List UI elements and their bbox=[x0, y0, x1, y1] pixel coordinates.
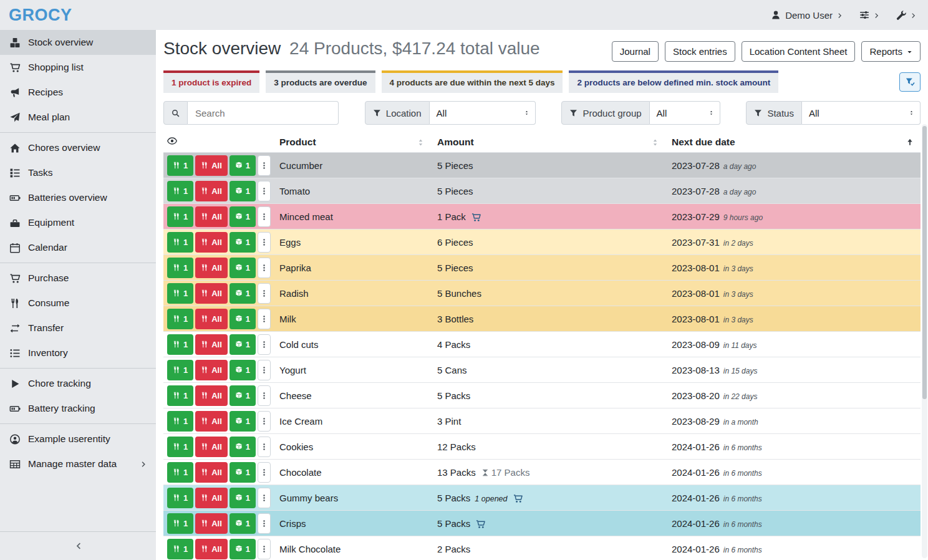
product-group-select[interactable]: All bbox=[650, 101, 720, 125]
consume-one-button[interactable]: 1 bbox=[167, 283, 193, 304]
sidebar-item-inventory[interactable]: Inventory bbox=[0, 340, 156, 365]
table-row[interactable]: 1 All 1 Milk 3 Bottles 2023-08-01in 3 da… bbox=[163, 306, 921, 332]
open-one-button[interactable]: 1 bbox=[230, 411, 256, 432]
sidebar-item-chore-tracking[interactable]: Chore tracking bbox=[0, 371, 156, 396]
consume-all-button[interactable]: All bbox=[195, 488, 228, 508]
consume-one-button[interactable]: 1 bbox=[167, 539, 193, 559]
consume-one-button[interactable]: 1 bbox=[167, 360, 193, 380]
row-menu-button[interactable] bbox=[258, 155, 271, 176]
consume-one-button[interactable]: 1 bbox=[167, 258, 193, 278]
table-row[interactable]: 1 All 1 Eggs 6 Pieces 2023-07-31in 2 day… bbox=[163, 229, 921, 255]
consume-all-button[interactable]: All bbox=[195, 232, 228, 253]
open-one-button[interactable]: 1 bbox=[230, 462, 256, 483]
table-row[interactable]: 1 All 1 Cookies 12 Packs 2024-01-26in 6 … bbox=[163, 434, 921, 460]
sidebar-item-battery-tracking[interactable]: Battery tracking bbox=[0, 396, 156, 421]
consume-one-button[interactable]: 1 bbox=[167, 488, 193, 508]
row-menu-button[interactable] bbox=[258, 437, 271, 457]
status-box-below-min[interactable]: 2 products are below defined min. stock … bbox=[569, 70, 778, 93]
row-menu-button[interactable] bbox=[258, 334, 271, 355]
table-row[interactable]: 1 All 1 Cheese 5 Packs 2023-08-20in 22 d… bbox=[163, 383, 921, 408]
sidebar-item-chores-overview[interactable]: Chores overview bbox=[0, 135, 156, 160]
row-menu-button[interactable] bbox=[258, 309, 271, 329]
consume-one-button[interactable]: 1 bbox=[167, 411, 193, 432]
consume-one-button[interactable]: 1 bbox=[167, 334, 193, 355]
row-menu-button[interactable] bbox=[258, 258, 271, 278]
open-one-button[interactable]: 1 bbox=[230, 283, 256, 304]
open-one-button[interactable]: 1 bbox=[230, 539, 256, 559]
open-one-button[interactable]: 1 bbox=[230, 206, 256, 227]
row-menu-button[interactable] bbox=[258, 513, 271, 534]
admin-menu[interactable] bbox=[896, 10, 917, 20]
column-amount[interactable]: Amount bbox=[431, 132, 665, 153]
consume-all-button[interactable]: All bbox=[195, 334, 228, 355]
row-menu-button[interactable] bbox=[258, 539, 271, 559]
consume-all-button[interactable]: All bbox=[195, 206, 228, 227]
consume-all-button[interactable]: All bbox=[195, 283, 228, 304]
consume-one-button[interactable]: 1 bbox=[167, 206, 193, 227]
open-one-button[interactable]: 1 bbox=[230, 385, 256, 406]
sidebar-item-consume[interactable]: Consume bbox=[0, 291, 156, 316]
open-one-button[interactable]: 1 bbox=[230, 513, 256, 534]
open-one-button[interactable]: 1 bbox=[230, 334, 256, 355]
table-row[interactable]: 1 All 1 Ice Cream 3 Pint 2023-08-29in a … bbox=[163, 408, 921, 434]
sidebar-item-shopping-list[interactable]: Shopping list bbox=[0, 55, 156, 80]
eye-icon[interactable] bbox=[167, 136, 177, 146]
sidebar-item-stock-overview[interactable]: Stock overview bbox=[0, 30, 156, 55]
app-logo[interactable]: GROCY bbox=[9, 6, 72, 25]
table-row[interactable]: 1 All 1 Cucumber 5 Pieces 2023-07-28a da… bbox=[163, 153, 921, 178]
status-select[interactable]: All bbox=[802, 101, 921, 125]
row-menu-button[interactable] bbox=[258, 283, 271, 304]
user-menu[interactable]: Demo User bbox=[771, 10, 843, 21]
open-one-button[interactable]: 1 bbox=[230, 437, 256, 457]
sidebar-collapse-button[interactable] bbox=[0, 531, 156, 560]
search-input[interactable] bbox=[188, 101, 339, 125]
scrollbar-thumb[interactable] bbox=[922, 126, 927, 399]
consume-all-button[interactable]: All bbox=[195, 360, 228, 380]
filter-toggle-button[interactable] bbox=[899, 72, 921, 92]
consume-all-button[interactable]: All bbox=[195, 411, 228, 432]
consume-one-button[interactable]: 1 bbox=[167, 181, 193, 201]
sidebar-item-meal-plan[interactable]: Meal plan bbox=[0, 105, 156, 130]
column-product[interactable]: Product bbox=[273, 132, 431, 153]
open-one-button[interactable]: 1 bbox=[230, 258, 256, 278]
sidebar-item-example-userentity[interactable]: Example userentity bbox=[0, 427, 156, 451]
open-one-button[interactable]: 1 bbox=[230, 232, 256, 253]
sidebar-item-calendar[interactable]: Calendar bbox=[0, 235, 156, 260]
status-box-expired[interactable]: 1 product is expired bbox=[163, 70, 259, 93]
column-visibility[interactable] bbox=[163, 132, 273, 153]
row-menu-button[interactable] bbox=[258, 360, 271, 380]
status-box-overdue[interactable]: 3 products are overdue bbox=[266, 70, 375, 93]
consume-all-button[interactable]: All bbox=[195, 462, 228, 483]
row-menu-button[interactable] bbox=[258, 181, 271, 201]
settings-menu[interactable] bbox=[859, 10, 880, 20]
column-due-date[interactable]: Next due date bbox=[665, 132, 921, 153]
table-row[interactable]: 1 All 1 Paprika 5 Pieces 2023-08-01in 3 … bbox=[163, 255, 921, 281]
consume-one-button[interactable]: 1 bbox=[167, 437, 193, 457]
status-box-due-soon[interactable]: 4 products are due within the next 5 day… bbox=[382, 70, 563, 93]
table-row[interactable]: 1 All 1 Radish 5 Bunches 2023-08-01in 3 … bbox=[163, 281, 921, 306]
sidebar-item-manage-master-data[interactable]: Manage master data bbox=[0, 451, 156, 476]
reports-dropdown-button[interactable]: Reports bbox=[861, 41, 921, 62]
location-content-sheet-button[interactable]: Location Content Sheet bbox=[742, 41, 856, 62]
open-one-button[interactable]: 1 bbox=[230, 155, 256, 176]
stock-entries-button[interactable]: Stock entries bbox=[665, 41, 735, 62]
open-one-button[interactable]: 1 bbox=[230, 360, 256, 380]
row-menu-button[interactable] bbox=[258, 385, 271, 406]
consume-all-button[interactable]: All bbox=[195, 513, 228, 534]
open-one-button[interactable]: 1 bbox=[230, 488, 256, 508]
row-menu-button[interactable] bbox=[258, 411, 271, 432]
table-row[interactable]: 1 All 1 Yogurt 5 Cans 2023-08-13in 15 da… bbox=[163, 357, 921, 383]
consume-all-button[interactable]: All bbox=[195, 155, 228, 176]
consume-one-button[interactable]: 1 bbox=[167, 309, 193, 329]
table-row[interactable]: 1 All 1 Milk Chocolate 2 Packs 2024-01-2… bbox=[163, 536, 921, 560]
consume-one-button[interactable]: 1 bbox=[167, 462, 193, 483]
sidebar-item-transfer[interactable]: Transfer bbox=[0, 316, 156, 340]
table-row[interactable]: 1 All 1 Gummy bears 5 Packs1 opened 2024… bbox=[163, 485, 921, 511]
journal-button[interactable]: Journal bbox=[612, 41, 659, 62]
row-menu-button[interactable] bbox=[258, 462, 271, 483]
consume-all-button[interactable]: All bbox=[195, 539, 228, 559]
table-row[interactable]: 1 All 1 Tomato 5 Pieces 2023-07-28a day … bbox=[163, 178, 921, 204]
row-menu-button[interactable] bbox=[258, 488, 271, 508]
open-one-button[interactable]: 1 bbox=[230, 309, 256, 329]
scrollbar[interactable] bbox=[922, 124, 927, 558]
